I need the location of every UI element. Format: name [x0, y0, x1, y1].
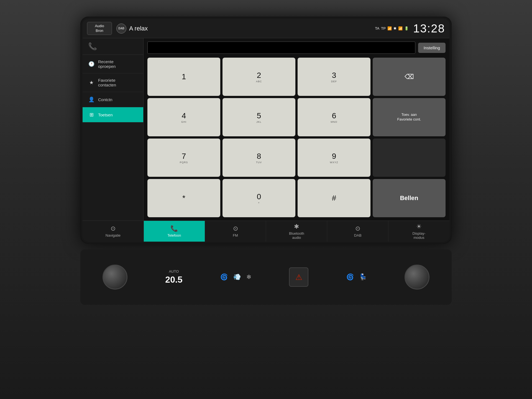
nav-dab[interactable]: ⊙ DAB [327, 221, 388, 242]
toetsen-label: Toetsen [98, 112, 113, 117]
dial-hash[interactable]: # [298, 179, 370, 217]
battery-icon: 🔋 [404, 26, 409, 30]
bluetooth-icon: ✱ [393, 26, 397, 30]
favoriete-icon: ★ [88, 80, 95, 86]
dial-2[interactable]: 2 ABC [222, 58, 295, 96]
infotainment-screen: Audio Bron DAB A relax TA TP 📶 ✱ 📶 🔋 [83, 19, 449, 242]
signal-icon: 📶 [398, 26, 403, 30]
nav-display-modus[interactable]: ☀ Display-modus [388, 221, 449, 242]
tp-indicator: TP [381, 26, 386, 30]
audio-bron-line1: Audio [91, 24, 108, 29]
number-display-input[interactable] [147, 42, 415, 54]
dial-1[interactable]: 1 [147, 58, 220, 96]
contctn-icon: 👤 [88, 96, 95, 103]
car-background: HOME BACK ⏻ VOLAUDIO ⏮ ⏭ Audio Bron D [0, 0, 532, 399]
nav-telefoon-label: Telefoon [167, 233, 181, 237]
header-bar: Audio Bron DAB A relax TA TP 📶 ✱ 📶 🔋 [83, 19, 449, 38]
sidebar-item-favoriete[interactable]: ★ Favorietecontacten [83, 73, 143, 92]
dashboard: AUTO 20.5 🌀 💨 ❄ ⚠ 🌀 💺 [80, 249, 452, 305]
left-climate-knob[interactable] [103, 265, 127, 290]
phone-icon-row: 📞 [83, 38, 143, 55]
navigatie-icon: ⊙ [111, 225, 116, 232]
sidebar: 📞 🕐 Recenteoproepen ★ Favorietecontacten… [83, 38, 144, 221]
nav-display-label: Display-modus [413, 231, 426, 240]
dial-backspace[interactable]: ⌫ [373, 58, 446, 96]
dial-0[interactable]: 0 + [222, 179, 295, 217]
dial-empty [373, 139, 446, 177]
fm-icon: ⊙ [233, 225, 238, 232]
nav-bluetooth-audio[interactable]: ✱ Bluetoothaudio [266, 221, 327, 242]
dial-fav[interactable]: Toev. aanFavoriete cont. [373, 98, 446, 136]
bottom-nav: ⊙ Navigatie 📞 Telefoon ⊙ FM ✱ Bluetootha… [83, 221, 449, 242]
nav-fm-label: FM [233, 233, 238, 237]
phone-icon: 📞 [88, 42, 97, 51]
right-climate-knob[interactable] [405, 265, 429, 290]
dial-call[interactable]: Bellen [373, 179, 446, 217]
dial-4[interactable]: 4 GHI [147, 98, 220, 136]
dial-7[interactable]: 7 PQRS [147, 139, 220, 177]
dial-6[interactable]: 6 MNO [298, 98, 370, 136]
station-info: DAB A relax [112, 24, 375, 34]
dial-8[interactable]: 8 TUV [222, 139, 295, 177]
dial-9[interactable]: 9 WXYZ [298, 139, 370, 177]
display-modus-icon: ☀ [416, 223, 422, 230]
telefoon-icon: 📞 [170, 225, 178, 232]
nav-navigatie[interactable]: ⊙ Navigatie [83, 221, 144, 242]
toetsen-icon: ⊞ [88, 112, 95, 118]
nav-telefoon[interactable]: 📞 Telefoon [144, 221, 205, 242]
sidebar-item-recente[interactable]: 🕐 Recenteoproepen [83, 55, 143, 73]
defrost-icon: ❄ [246, 273, 251, 281]
nav-navigatie-label: Navigatie [106, 233, 121, 237]
dial-3[interactable]: 3 DEF [298, 58, 370, 96]
audio-bron-line2: Bron [91, 29, 108, 33]
hazard-icon: ⚠ [295, 273, 302, 282]
dialpad-grid: 1 2 ABC 3 DEF ⌫ [147, 58, 446, 217]
climate-icons: 🌀 💨 ❄ [220, 273, 251, 281]
dab-nav-icon: ⊙ [355, 225, 360, 232]
dab-badge: DAB [116, 24, 126, 34]
hazard-button[interactable]: ⚠ [289, 267, 308, 287]
sidebar-item-toetsen[interactable]: ⊞ Toetsen [83, 107, 143, 122]
seat-heat-icon: 💺 [359, 273, 367, 281]
dial-star[interactable]: * [147, 179, 220, 217]
clock-display: 13:28 [413, 22, 445, 35]
recente-icon: 🕐 [88, 61, 95, 67]
temp-display: 20.5 [165, 275, 182, 285]
recente-label: Recenteoproepen [98, 59, 116, 69]
nav-bluetooth-label: Bluetoothaudio [289, 231, 304, 240]
nav-dab-label: DAB [354, 233, 362, 237]
station-name: A relax [129, 25, 148, 32]
favoriete-label: Favorietecontacten [98, 78, 116, 87]
instelling-button[interactable]: Instelling [418, 43, 446, 53]
fan-icon: 🌀 [220, 273, 228, 281]
nav-fm[interactable]: ⊙ FM [205, 221, 266, 242]
screen-container: Audio Bron DAB A relax TA TP 📶 ✱ 📶 🔋 [80, 17, 452, 244]
ta-indicator: TA [375, 26, 380, 30]
status-icons: TA TP 📶 ✱ 📶 🔋 [375, 26, 409, 30]
airflow-icon: 💨 [233, 273, 241, 281]
wifi-icon: 📶 [387, 26, 392, 30]
bluetooth-audio-icon: ✱ [294, 223, 299, 230]
climate-icons-right: 🌀 💺 [346, 273, 367, 281]
audio-bron-button[interactable]: Audio Bron [87, 22, 112, 35]
fan-speed-icon: 🌀 [346, 273, 354, 281]
main-content: 📞 🕐 Recenteoproepen ★ Favorietecontacten… [83, 38, 449, 221]
dial-5[interactable]: 5 JKL [222, 98, 295, 136]
contctn-label: Contctn [98, 97, 112, 102]
dialpad-header: Instelling [147, 42, 446, 54]
dialpad-area: Instelling 1 2 ABC 3 [144, 38, 449, 221]
sidebar-item-contctn[interactable]: 👤 Contctn [83, 92, 143, 107]
auto-label: AUTO [169, 269, 179, 273]
